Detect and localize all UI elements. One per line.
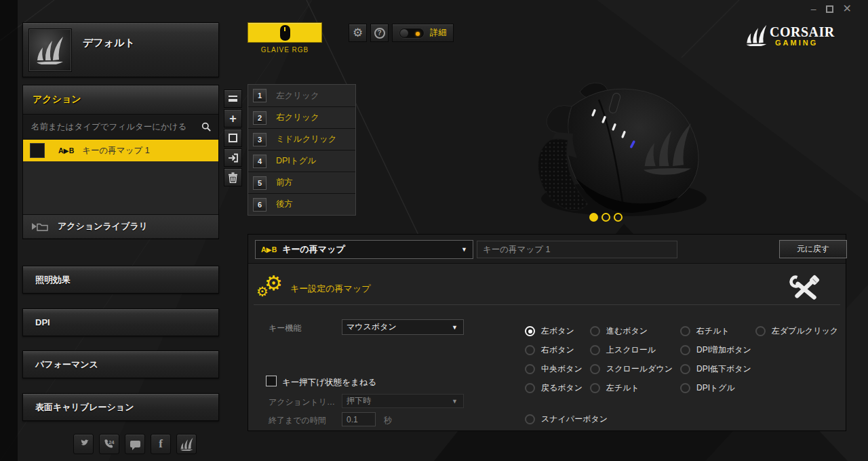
- radio-dpi-down-button[interactable]: DPI低下ボタン: [680, 363, 751, 375]
- radio-label: 左チルト: [606, 382, 639, 394]
- maximize-icon[interactable]: [826, 5, 833, 13]
- radio-label: スナイパーボタン: [541, 414, 608, 425]
- assignment-row-1[interactable]: 1 左クリック: [248, 85, 355, 106]
- radio-right-button[interactable]: 右ボタン: [525, 344, 574, 356]
- nav-section-dpi[interactable]: DPI: [22, 308, 219, 336]
- radio-middle-button[interactable]: 中央ボタン: [525, 363, 583, 375]
- button-number: 2: [253, 111, 267, 125]
- corsair-sails-icon: [179, 437, 194, 451]
- nav-label: DPI: [35, 317, 50, 327]
- twitter-button[interactable]: [73, 434, 94, 454]
- mimic-keypress-label: キー押下げ状態をまねる: [282, 377, 376, 388]
- tools-icon[interactable]: [789, 274, 821, 302]
- radio-icon: [525, 414, 535, 424]
- nav-section-lighting[interactable]: 照明効果: [22, 266, 219, 294]
- radio-label: 戻るボタン: [541, 382, 583, 394]
- assignment-row-5[interactable]: 5 前方: [248, 172, 355, 193]
- radio-label: 右チルト: [696, 325, 730, 337]
- action-item-label: キーの再マップ 1: [82, 145, 149, 157]
- button-number: 5: [253, 176, 267, 190]
- radio-right-tilt[interactable]: 右チルト: [680, 325, 730, 337]
- radio-back-button[interactable]: 戻るボタン: [525, 382, 583, 394]
- radio-icon: [590, 383, 600, 393]
- radio-icon: [590, 326, 600, 336]
- action-trigger-dropdown[interactable]: 押下時 ▼: [342, 394, 464, 408]
- facebook-icon: f: [159, 437, 163, 451]
- action-list-empty-area: [23, 161, 218, 214]
- import-icon: [228, 153, 239, 163]
- action-type-dropdown[interactable]: A▶B キーの再マップ ▼: [255, 240, 473, 259]
- mouse-view-carousel: [589, 213, 623, 222]
- support-24-button[interactable]: 24: [99, 434, 119, 454]
- delete-action-button[interactable]: [224, 168, 242, 186]
- radio-label: 右ボタン: [541, 344, 574, 356]
- advanced-mode-toggle[interactable]: 詳細: [392, 24, 454, 42]
- device-tile-glaive[interactable]: [248, 22, 322, 43]
- cue-application-window: – ✕ デフォルト アクション A▶B キーの再マップ 1: [0, 0, 868, 461]
- radio-left-tilt[interactable]: 左チルト: [590, 382, 639, 394]
- radio-icon: [680, 383, 690, 393]
- duration-label: 終了までの時間: [269, 415, 326, 426]
- profile-card[interactable]: デフォルト: [22, 22, 219, 77]
- import-action-button[interactable]: [224, 148, 242, 167]
- nav-section-surface-calibration[interactable]: 表面キャリブレーション: [22, 393, 219, 421]
- toggle-knob: [400, 29, 408, 37]
- add-action-button[interactable]: +: [224, 109, 242, 127]
- action-library-label: アクションライブラリ: [58, 220, 148, 233]
- button-number: 1: [253, 89, 267, 102]
- carousel-dot-1[interactable]: [589, 213, 598, 222]
- undo-button[interactable]: 元に戻す: [779, 240, 847, 258]
- radio-scroll-down[interactable]: スクロールダウン: [590, 363, 673, 375]
- assignment-row-3[interactable]: 3 ミドルクリック: [248, 128, 355, 150]
- svg-text:24: 24: [108, 439, 115, 445]
- nav-section-performance[interactable]: パフォーマンス: [22, 350, 219, 378]
- radio-icon: [590, 364, 600, 374]
- section-divider: [254, 304, 840, 305]
- action-filter-input[interactable]: [31, 122, 201, 132]
- expand-arrow-icon: [32, 223, 37, 230]
- assignment-label: 右クリック: [276, 112, 319, 123]
- radio-forward-button[interactable]: 進むボタン: [590, 325, 648, 337]
- nav-label: 照明効果: [35, 274, 71, 286]
- radio-icon: [525, 345, 535, 355]
- minimize-icon[interactable]: –: [811, 4, 816, 14]
- radio-left-button[interactable]: 左ボタン: [525, 325, 574, 337]
- duplicate-action-button[interactable]: [224, 129, 242, 147]
- radio-sniper-button[interactable]: スナイパーボタン: [525, 414, 608, 425]
- window-controls: – ✕: [811, 4, 852, 14]
- radio-label: 進むボタン: [606, 325, 648, 337]
- help-button[interactable]: ?: [370, 24, 389, 42]
- actions-panel-title: アクション: [33, 94, 81, 106]
- radio-left-double-click[interactable]: 左ダブルクリック: [755, 325, 838, 337]
- key-function-dropdown[interactable]: マウスボタン ▼: [342, 319, 464, 335]
- radio-label: 上スクロール: [606, 344, 656, 356]
- radio-icon: [525, 364, 535, 374]
- carousel-dot-3[interactable]: [614, 213, 623, 222]
- assignment-row-6[interactable]: 6 後方: [248, 193, 355, 215]
- radio-label: スクロールダウン: [606, 363, 673, 375]
- assignment-row-2[interactable]: 2 右クリック: [248, 106, 355, 128]
- close-icon[interactable]: ✕: [843, 4, 852, 14]
- action-item-selected[interactable]: A▶B キーの再マップ 1: [23, 140, 218, 161]
- copy-icon: [229, 134, 237, 142]
- mimic-keypress-checkbox[interactable]: [266, 376, 277, 386]
- action-name-input[interactable]: [477, 241, 677, 258]
- carousel-dot-2[interactable]: [601, 213, 610, 222]
- duration-input[interactable]: [342, 412, 376, 426]
- radio-dpi-toggle[interactable]: DPIトグル: [680, 382, 735, 394]
- action-menu-button[interactable]: [224, 89, 242, 108]
- radio-dpi-up-button[interactable]: DPI増加ボタン: [680, 344, 751, 356]
- action-library-toggle[interactable]: アクションライブラリ: [23, 214, 218, 238]
- toggle-switch[interactable]: [399, 28, 425, 39]
- corsair-community-button[interactable]: [176, 434, 197, 454]
- radio-scroll-up[interactable]: 上スクロール: [590, 344, 656, 356]
- radio-icon: [680, 326, 690, 336]
- mouse-icon: [280, 25, 290, 41]
- settings-button[interactable]: ⚙: [349, 24, 367, 42]
- facebook-button[interactable]: f: [151, 434, 171, 454]
- button-number: 3: [253, 133, 267, 146]
- chat-button[interactable]: [125, 434, 145, 454]
- radio-icon: [590, 345, 600, 355]
- assignment-row-4[interactable]: 4 DPIトグル: [248, 150, 355, 172]
- action-trigger-value: 押下時: [347, 395, 371, 407]
